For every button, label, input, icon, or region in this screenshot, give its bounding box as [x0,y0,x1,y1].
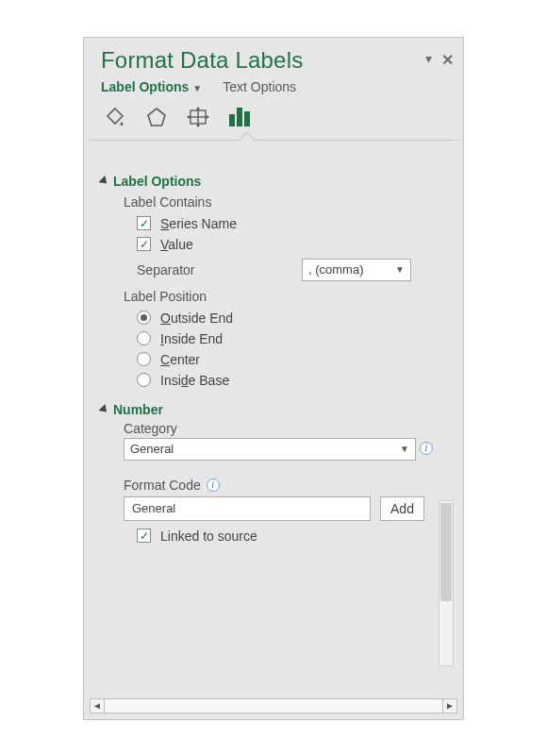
separator-value: , (comma) [308,262,364,277]
radio-inside-base-row: Inside Base [88,370,459,391]
category-select[interactable]: General ▼ [124,438,416,461]
section-number[interactable]: Number [88,396,459,419]
checkbox-value[interactable] [137,237,151,251]
radio-inside-end-row: Inside End [88,328,459,349]
category-value: General [130,442,174,456]
radio-center-label: Center [160,352,200,367]
checkbox-series-name[interactable] [137,216,151,230]
radio-outside-end-row: Outside End [88,308,459,328]
scroll-left-button[interactable]: ◄ [90,698,105,714]
task-pane-options-icon[interactable]: ▾ [425,51,432,69]
add-button[interactable]: Add [380,496,424,521]
format-code-input[interactable]: General [124,496,371,521]
info-icon[interactable]: i [420,442,433,455]
section-label-options[interactable]: Label Options [88,168,459,191]
chevron-down-icon: ▼ [192,83,202,93]
expand-icon [98,175,109,186]
vertical-scrollbar[interactable] [439,500,454,666]
radio-inside-end-label: Inside End [160,331,223,346]
chevron-down-icon: ▼ [395,264,405,275]
svg-marker-6 [187,115,190,119]
tab-text-options-text: Text Options [223,79,296,94]
category-icon-bar [84,104,463,140]
scrollbar-thumb[interactable] [440,503,452,601]
radio-center-row: Center [88,349,459,370]
checkbox-linked-to-source[interactable] [137,529,151,543]
size-properties-icon[interactable] [184,104,212,130]
section-number-title: Number [113,402,163,417]
checkbox-value-label: Value [160,237,193,252]
label-position-heading: Label Position [88,285,459,308]
tab-text-options[interactable]: Text Options [223,79,296,94]
separator-label: Separator [137,262,292,277]
svg-marker-0 [148,109,165,126]
scrollbar-track[interactable] [105,698,442,714]
expand-icon [98,403,109,414]
tab-label-options-text: Label Options [101,79,189,94]
svg-marker-4 [196,107,200,109]
divider [88,140,459,141]
chevron-down-icon: ▼ [400,444,409,454]
tab-strip: Label Options▼ Text Options [84,77,463,104]
options-body: Label Options Label Contains Series Name… [88,168,459,695]
checkbox-linked-label: Linked to source [160,529,257,544]
format-data-labels-pane: Format Data Labels ▾ ✕ Label Options▼ Te… [83,37,464,720]
label-options-icon[interactable] [225,104,254,130]
scroll-right-button[interactable]: ► [442,698,457,714]
radio-inside-base-label: Inside Base [160,373,229,388]
radio-inside-base[interactable] [137,373,151,387]
horizontal-scrollbar[interactable]: ◄ ► [90,698,457,714]
svg-rect-8 [229,114,235,126]
checkbox-series-name-label: Series Name [160,216,237,231]
format-code-value: General [132,501,175,515]
title-bar: Format Data Labels ▾ ✕ [84,38,463,77]
radio-outside-end[interactable] [137,311,151,325]
close-icon[interactable]: ✕ [441,51,454,69]
pane-title: Format Data Labels [101,47,425,74]
radio-center[interactable] [137,352,151,366]
tab-label-options[interactable]: Label Options▼ [101,79,202,94]
effects-icon[interactable] [142,104,171,130]
checkbox-series-name-row: Series Name [88,213,459,234]
radio-outside-end-label: Outside End [160,311,233,326]
info-icon[interactable]: i [207,479,220,492]
format-code-label: Format Code i [124,461,446,493]
separator-row: Separator , (comma) ▼ [88,255,459,285]
svg-rect-10 [244,111,250,126]
svg-marker-5 [196,125,200,127]
svg-marker-7 [207,115,209,119]
section-label-options-title: Label Options [113,174,201,189]
label-contains-heading: Label Contains [88,191,459,213]
radio-inside-end[interactable] [137,331,151,345]
checkbox-value-row: Value [88,234,459,255]
separator-select[interactable]: , (comma) ▼ [302,259,411,281]
fill-line-icon[interactable] [101,104,129,130]
svg-rect-9 [237,108,242,126]
category-label: Category [124,419,446,436]
